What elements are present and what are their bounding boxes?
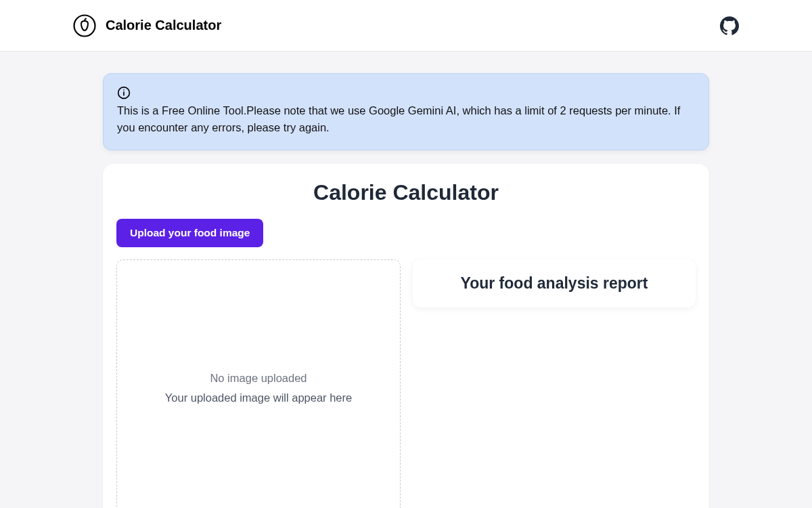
- dropzone-empty-title: No image uploaded: [210, 372, 307, 385]
- dropzone-empty-subtitle: Your uploaded image will appear here: [165, 391, 352, 404]
- brand: Calorie Calculator: [73, 14, 221, 37]
- image-dropzone[interactable]: No image uploaded Your uploaded image wi…: [116, 259, 401, 509]
- content-row: No image uploaded Your uploaded image wi…: [116, 259, 696, 509]
- report-title: Your food analysis report: [426, 274, 682, 293]
- upload-button[interactable]: Upload your food image: [116, 219, 263, 247]
- info-banner: This is a Free Online Tool.Please note t…: [103, 73, 709, 150]
- main-content: This is a Free Online Tool.Please note t…: [0, 51, 812, 508]
- svg-point-0: [74, 15, 95, 36]
- report-panel: Your food analysis report: [413, 259, 696, 308]
- info-text: This is a Free Online Tool.Please note t…: [117, 102, 695, 136]
- calculator-card: Calorie Calculator Upload your food imag…: [103, 164, 709, 509]
- app-title: Calorie Calculator: [106, 18, 221, 33]
- app-header: Calorie Calculator: [0, 0, 812, 51]
- github-icon[interactable]: [720, 16, 739, 35]
- svg-point-3: [123, 89, 125, 91]
- apple-logo-icon: [73, 14, 96, 37]
- info-icon: [117, 86, 695, 100]
- page-title: Calorie Calculator: [116, 180, 696, 205]
